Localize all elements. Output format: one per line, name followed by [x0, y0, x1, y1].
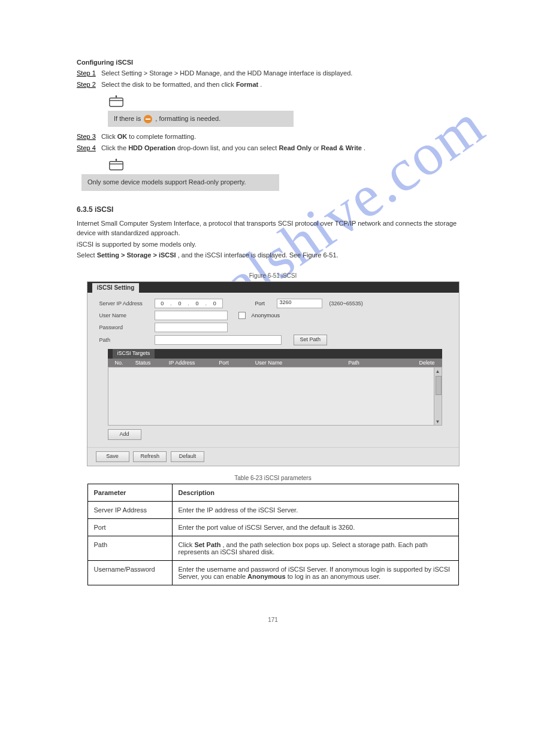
col-delete: Delete — [412, 360, 442, 366]
table-caption: Table 6-23 iSCSI parameters — [77, 475, 469, 481]
table-row: Port Enter the port value of iSCSI Serve… — [87, 518, 458, 536]
cell-desc: Enter the IP address of the iSCSI Server… — [172, 501, 458, 518]
tab-iscsi-targets[interactable]: iSCSI Targets — [113, 349, 155, 359]
scrollbar[interactable]: ▲ ▼ — [434, 368, 442, 425]
password-label: Password — [99, 324, 151, 330]
cell-param: Username/Password — [87, 560, 172, 585]
step-3: Step 3 Click OK to complete formatting. — [77, 132, 469, 142]
server-ip-input[interactable]: 0. 0. 0. 0 — [155, 299, 223, 308]
save-button[interactable]: Save — [96, 451, 129, 462]
page-number: 171 — [77, 617, 469, 623]
note-box-1: If there is , formatting is needed. — [108, 111, 294, 127]
step-4: Step 4 Click the HDD Operation drop-down… — [77, 143, 469, 153]
step-3-bold: OK — [117, 133, 128, 140]
th-desc: Description — [172, 484, 458, 501]
path-input[interactable] — [155, 335, 282, 345]
intro-3: Select Setting > Storage > iSCSI , and t… — [77, 250, 469, 260]
targets-body-wrap: ▲ ▼ — [108, 367, 442, 426]
anonymous-checkbox[interactable] — [238, 312, 246, 319]
step-1-text: Select Setting > Storage > HDD Manage, a… — [101, 69, 352, 77]
username-label: User Name — [99, 312, 151, 318]
scroll-down-icon[interactable]: ▼ — [436, 419, 440, 424]
path-label: Path — [99, 337, 151, 343]
iscsi-param-table: Parameter Description Server IP Address … — [87, 484, 459, 585]
step-4-prefix: Click the — [101, 144, 128, 151]
port-input[interactable]: 3260 — [277, 299, 322, 308]
step-4-or: or — [313, 144, 321, 151]
note-icon — [108, 95, 125, 108]
cell-param: Port — [87, 518, 172, 536]
scroll-thumb[interactable] — [436, 376, 442, 395]
step-1: Step 1 Select Setting > Storage > HDD Ma… — [77, 68, 469, 78]
cell-desc: Enter the port value of iSCSI Server, an… — [172, 518, 458, 536]
username-input[interactable] — [155, 311, 228, 320]
step-4-mid: drop-down list, and you can select — [177, 144, 279, 151]
step-1-label: Step 1 — [77, 69, 96, 77]
table-row: Server IP Address Enter the IP address o… — [87, 501, 458, 518]
port-label: Port — [255, 300, 273, 306]
iscsi-tab-bar: iSCSI Setting — [87, 282, 459, 293]
targets-list — [108, 368, 434, 425]
refresh-button[interactable]: Refresh — [133, 451, 167, 462]
config-subheading: Configuring iSCSI — [77, 59, 469, 66]
col-ip: IP Address — [158, 360, 206, 366]
note-icon-2 — [108, 159, 125, 172]
orange-minus-icon — [144, 115, 152, 123]
col-status: Status — [128, 360, 158, 366]
step-2-label: Step 2 — [77, 81, 96, 88]
svg-point-3 — [116, 96, 117, 98]
targets-tab-bar: iSCSI Targets — [108, 349, 442, 359]
step-3-suffix: to complete formatting. — [129, 133, 196, 140]
cell-param: Server IP Address — [87, 501, 172, 518]
step-4-bold3: Read & Write — [321, 144, 362, 151]
step-2-suffix: . — [260, 81, 262, 88]
cell-param: Path — [87, 536, 172, 560]
figure-caption: Figure 6-51 iSCSI — [77, 272, 469, 279]
table-row: Username/Password Enter the username and… — [87, 560, 458, 585]
scroll-up-icon[interactable]: ▲ — [436, 369, 440, 374]
iscsi-setting-panel: iSCSI Setting Server IP Address 0. 0. 0.… — [87, 281, 460, 466]
targets-header: No. Status IP Address Port User Name Pat… — [108, 359, 442, 367]
col-no: No. — [108, 360, 128, 366]
col-user: User Name — [242, 360, 296, 366]
step-2-prefix: Select the disk to be formatted, and the… — [101, 81, 236, 88]
add-button[interactable]: Add — [108, 429, 141, 440]
note2-text: Only some device models support Read-onl… — [87, 178, 246, 186]
note1-suffix: , formatting is needed. — [155, 115, 220, 122]
step-4-suffix: . — [364, 144, 365, 151]
step-3-prefix: Click — [101, 133, 117, 140]
intro-2: iSCSI is supported by some models only. — [77, 239, 469, 250]
port-range: (3260~65535) — [330, 300, 363, 306]
note-box-2: Only some device models support Read-onl… — [81, 174, 279, 190]
step-3-label: Step 3 — [77, 133, 96, 140]
col-path: Path — [296, 360, 412, 366]
th-param: Parameter — [87, 484, 172, 501]
server-ip-label: Server IP Address — [99, 300, 151, 306]
password-input[interactable] — [155, 323, 228, 332]
anonymous-label: Anonymous — [252, 312, 280, 318]
default-button[interactable]: Default — [171, 451, 204, 462]
svg-rect-0 — [110, 98, 123, 107]
set-path-button[interactable]: Set Path — [294, 335, 328, 345]
section-heading-iscsi: 6.3.5 iSCSI — [77, 205, 469, 214]
step-2-bold: Format — [236, 81, 258, 88]
cell-desc: Click Set Path , and the path selection … — [172, 536, 458, 560]
tab-iscsi-setting[interactable]: iSCSI Setting — [92, 283, 140, 294]
note1-prefix: If there is — [114, 115, 143, 122]
table-row: Path Click Set Path , and the path selec… — [87, 536, 458, 560]
iscsi-form: Server IP Address 0. 0. 0. 0 Port 3260 (… — [87, 293, 459, 447]
step-4-label: Step 4 — [77, 144, 96, 151]
svg-point-7 — [116, 159, 117, 161]
intro-1: Internet Small Computer System Interface… — [77, 218, 469, 238]
cell-desc: Enter the username and password of iSCSI… — [172, 560, 458, 585]
step-2: Step 2 Select the disk to be formatted, … — [77, 80, 469, 90]
step-4-bold2: Read Only — [279, 144, 311, 151]
step-4-bold: HDD Operation — [128, 144, 176, 151]
col-port: Port — [206, 360, 242, 366]
svg-rect-4 — [110, 162, 123, 170]
page-content: Configuring iSCSI Step 1 Select Setting … — [0, 0, 535, 647]
